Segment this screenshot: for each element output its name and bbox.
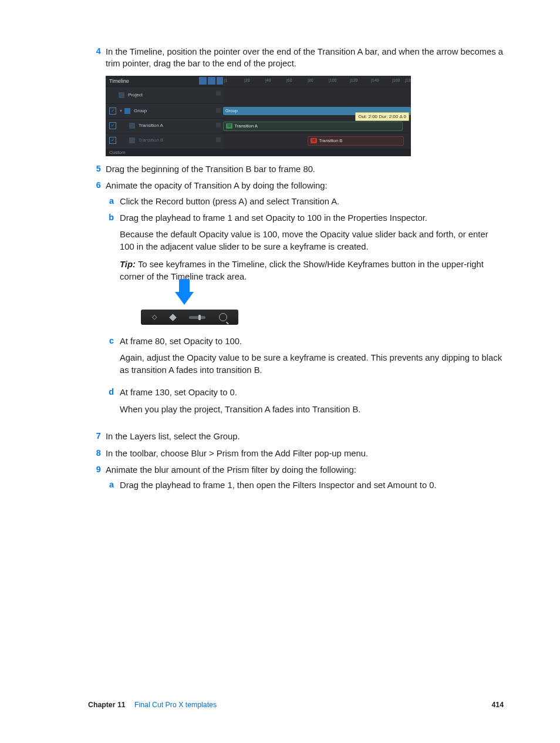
timeline-layer-list: Project ▾ Group Transition A Transition … (106, 86, 223, 156)
layer-row-transition-b: Transition B (106, 133, 223, 147)
paragraph: Again, adjust the Opacity value to be su… (120, 352, 504, 376)
ruler-tick: |160 (392, 78, 400, 83)
keyframe-button-figure: ◇ (141, 292, 504, 325)
bar-tag: Id (226, 123, 232, 129)
step-text: In the toolbar, choose Blur > Prism from… (101, 448, 504, 459)
paragraph: When you play the project, Transition A … (120, 404, 504, 415)
step-text: Drag the beginning of the Transition B b… (101, 163, 504, 175)
row-tail-icon (216, 137, 221, 142)
step-text: In the Layers list, select the Group. (101, 431, 504, 442)
substep-text: Drag the playhead to frame 1, then open … (114, 479, 504, 491)
bar-tag: Id (311, 138, 317, 143)
timeline-icon (199, 77, 207, 85)
substep-text: At frame 130, set Opacity to 0. (120, 386, 504, 398)
substep-letter: d (106, 386, 114, 421)
substep-9a: a Drag the playhead to frame 1, then ope… (106, 479, 504, 491)
bar-label: Transition B (319, 138, 342, 144)
track-transition-a: Id Transition A Out: 2:00 Dur: 2:00 Δ 0 (223, 118, 411, 133)
substep-letter: b (106, 212, 114, 331)
step-number: 6 (88, 180, 101, 426)
trim-tooltip: Out: 2:00 Dur: 2:00 Δ 0 (355, 112, 409, 121)
bar-label: Group (225, 108, 238, 114)
substep-letter: a (106, 479, 114, 491)
step-5: 5 Drag the beginning of the Transition B… (88, 163, 504, 175)
bar-transition-b: Id Transition B (308, 136, 404, 146)
ruler-tick: |100 (329, 78, 337, 83)
timeline-ruler: |1 |20 |40 |60 |80 |100 |120 |140 |160 |… (223, 76, 411, 87)
ruler-tick: |140 (371, 78, 379, 83)
track-transition-b: Id Transition B (223, 133, 411, 147)
visibility-check (109, 137, 116, 144)
step-number: 7 (88, 431, 101, 442)
row-tail-icon (216, 91, 221, 96)
track-project (223, 86, 411, 103)
track-area: Group Id Transition A Out: 2:00 Dur: 2:0… (223, 86, 411, 149)
timeline-controls-bar: ◇ (141, 310, 238, 325)
substep-text: Drag the playhead to frame 1 and set Opa… (120, 212, 504, 224)
step-number: 9 (88, 464, 101, 496)
row-tail-icon (216, 123, 221, 127)
ruler-tick: |80 (308, 78, 313, 83)
zoom-loupe-icon (219, 313, 227, 321)
step-8: 8 In the toolbar, choose Blur > Prism fr… (88, 448, 504, 459)
ruler-tick: |1 (224, 78, 228, 83)
layer-row-transition-a: Transition A (106, 118, 223, 133)
substep-letter: a (106, 196, 114, 207)
step-9: 9 Animate the blur amount of the Prism f… (88, 464, 504, 496)
ruler-tick: |20 (244, 78, 250, 83)
zoom-slider (189, 316, 205, 319)
layer-label: Transition A (139, 122, 163, 129)
substep-text: At frame 80, set Opacity to 100. (120, 335, 504, 347)
timeline-figure: Timeline Project ▾ Group (106, 76, 411, 156)
step-4: 4 In the Timeline, position the pointer … (88, 46, 504, 70)
layer-icon (129, 123, 135, 129)
step-text: Animate the blur amount of the Prism fil… (106, 464, 504, 476)
ruler-tick: |40 (265, 78, 271, 83)
visibility-check (109, 122, 116, 129)
timeline-footer: Custom (106, 149, 227, 156)
tip-label: Tip: (120, 260, 138, 269)
substep-6a: a Click the Record button (press A) and … (106, 196, 504, 207)
step-6: 6 Animate the opacity of Transition A by… (88, 180, 504, 426)
timeline-scrollbar (223, 149, 411, 156)
timeline-header: Timeline (106, 76, 227, 86)
group-icon (124, 108, 130, 114)
keyframe-icon (169, 314, 177, 321)
step-number: 4 (88, 46, 101, 70)
bar-label: Transition A (234, 123, 257, 129)
layer-icon (129, 137, 135, 143)
chapter-label: Chapter 11 (88, 701, 126, 709)
tip-text: To see keyframes in the Timeline, click … (120, 260, 484, 281)
ruler-tick: |120 (350, 78, 358, 83)
tip-paragraph: Tip: To see keyframes in the Timeline, c… (120, 258, 504, 283)
substep-letter: c (106, 335, 114, 382)
step-text: In the Timeline, position the pointer ov… (101, 46, 504, 70)
step-text: Animate the opacity of Transition A by d… (106, 180, 504, 191)
layer-label: Group (134, 107, 147, 114)
pointer-arrow-icon (175, 292, 194, 305)
chapter-title: Final Cut Pro X templates (134, 701, 217, 709)
timeline-tracks: |1 |20 |40 |60 |80 |100 |120 |140 |160 |… (223, 76, 411, 156)
bar-transition-a: Id Transition A (223, 122, 403, 131)
page-footer: Chapter 11 Final Cut Pro X templates 414 (88, 700, 504, 710)
substep-6b: b Drag the playhead to frame 1 and set O… (106, 212, 504, 331)
step-number: 8 (88, 448, 101, 459)
row-tail-icon (216, 108, 221, 113)
timeline-title: Timeline (109, 78, 129, 85)
timeline-icon (208, 77, 215, 85)
timeline-header-icons (199, 77, 224, 85)
layer-label: Project (128, 92, 143, 98)
ruler-tick: |180 (405, 78, 411, 83)
layer-label: Transition B (139, 137, 163, 143)
paragraph: Because the default Opacity value is 100… (120, 228, 504, 253)
step-7: 7 In the Layers list, select the Group. (88, 431, 504, 442)
project-icon (119, 92, 124, 98)
visibility-check (109, 107, 116, 115)
substep-text: Click the Record button (press A) and se… (114, 196, 504, 207)
page-number: 414 (491, 700, 504, 710)
document-page: 4 In the Timeline, position the pointer … (0, 0, 560, 743)
substep-6d: d At frame 130, set Opacity to 0. When y… (106, 386, 504, 421)
footer-label: Custom (109, 149, 126, 156)
substep-6c: c At frame 80, set Opacity to 100. Again… (106, 335, 504, 382)
ruler-tick: |60 (286, 78, 292, 83)
